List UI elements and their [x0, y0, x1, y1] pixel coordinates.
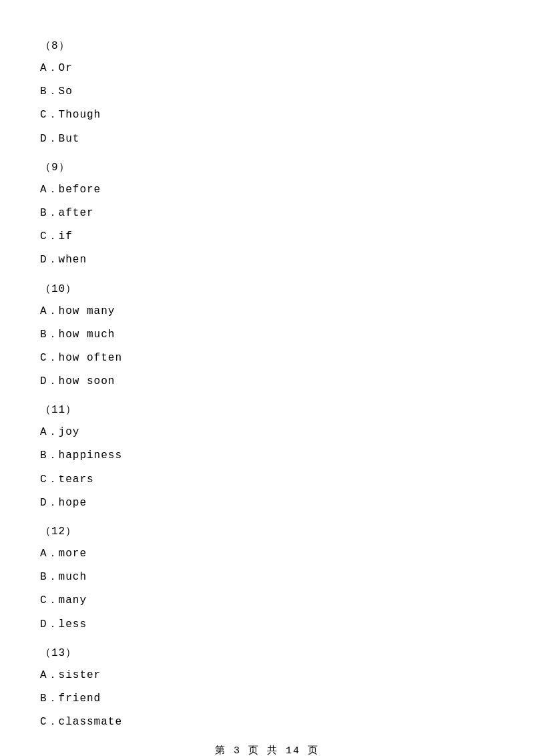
- option-13-1: B．friend: [40, 690, 494, 708]
- question-number-9: （9）: [40, 160, 494, 174]
- option-10-3: D．how soon: [40, 373, 494, 391]
- page-content: （8）A．OrB．SoC．ThoughD．But（9）A．beforeB．aft…: [0, 0, 534, 756]
- option-11-0: A．joy: [40, 423, 494, 441]
- option-10-0: A．how many: [40, 303, 494, 321]
- page-footer: 第 3 页 共 14 页: [0, 744, 534, 756]
- option-12-0: A．more: [40, 545, 494, 563]
- option-13-0: A．sister: [40, 667, 494, 685]
- option-8-0: A．Or: [40, 59, 494, 77]
- question-number-8: （8）: [40, 39, 494, 53]
- question-number-12: （12）: [40, 524, 494, 538]
- option-8-3: D．But: [40, 130, 494, 148]
- option-12-2: C．many: [40, 592, 494, 610]
- option-11-1: B．happiness: [40, 447, 494, 465]
- option-10-1: B．how much: [40, 326, 494, 344]
- question-number-13: （13）: [40, 646, 494, 660]
- option-9-2: C．if: [40, 228, 494, 246]
- option-11-2: C．tears: [40, 471, 494, 489]
- option-9-0: A．before: [40, 181, 494, 199]
- option-10-2: C．how often: [40, 349, 494, 367]
- question-number-10: （10）: [40, 282, 494, 296]
- option-8-1: B．So: [40, 83, 494, 101]
- question-number-11: （11）: [40, 403, 494, 417]
- option-13-2: C．classmate: [40, 713, 494, 731]
- option-9-1: B．after: [40, 204, 494, 222]
- footer-text: 第 3 页 共 14 页: [215, 745, 319, 756]
- option-12-1: B．much: [40, 568, 494, 586]
- option-8-2: C．Though: [40, 106, 494, 124]
- option-11-3: D．hope: [40, 494, 494, 512]
- option-9-3: D．when: [40, 251, 494, 269]
- option-12-3: D．less: [40, 616, 494, 634]
